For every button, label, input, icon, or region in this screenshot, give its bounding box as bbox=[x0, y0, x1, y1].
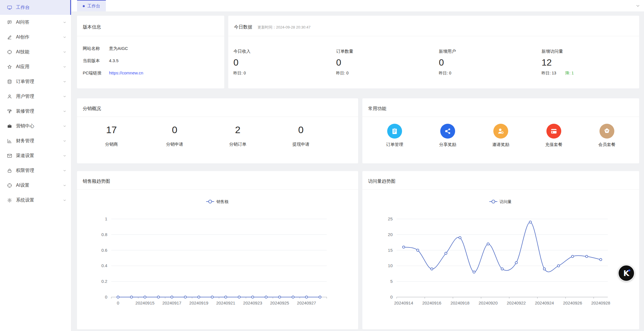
quick-action-member-package[interactable]: 会员套餐 bbox=[580, 124, 633, 147]
sidebar-item-label: 装修管理 bbox=[16, 108, 34, 114]
sidebar-item-label: AI应用 bbox=[16, 64, 29, 70]
chevron-down-icon bbox=[63, 50, 66, 54]
recharge-card-icon bbox=[546, 124, 561, 139]
stat-label: 分销商 bbox=[80, 142, 143, 147]
svg-text:0: 0 bbox=[105, 295, 107, 299]
quick-action-share-reward[interactable]: 分享奖励 bbox=[421, 124, 474, 147]
database-icon bbox=[7, 79, 12, 84]
pencil-icon bbox=[7, 34, 12, 40]
svg-text:0: 0 bbox=[390, 295, 393, 299]
brand-dot bbox=[628, 269, 630, 271]
svg-text:访问量: 访问量 bbox=[499, 199, 512, 204]
sidebar-item-finance[interactable]: 财务管理 bbox=[0, 133, 71, 148]
tab-label: 工作台 bbox=[87, 3, 100, 9]
card-title: 销售额趋势图 bbox=[77, 171, 358, 190]
svg-text:0.8: 0.8 bbox=[101, 232, 107, 237]
svg-text:20240924: 20240924 bbox=[535, 300, 554, 305]
svg-text:20240923: 20240923 bbox=[243, 300, 262, 305]
stat-new-visits: 新增访问量 12 昨日: 13 降: 1 bbox=[536, 49, 639, 76]
chevron-down-icon[interactable] bbox=[636, 4, 640, 8]
sidebar-item-system-settings[interactable]: 系统设置 bbox=[0, 193, 71, 208]
sidebar-item-permissions[interactable]: 权限管理 bbox=[0, 163, 71, 178]
aperture-icon bbox=[7, 183, 12, 188]
quick-action-invite-reward[interactable]: 邀请奖励 bbox=[474, 124, 527, 147]
sidebar-item-ai-create[interactable]: AI创作 bbox=[0, 30, 71, 44]
svg-text:20: 20 bbox=[388, 232, 393, 237]
quick-actions: 订单管理 分享奖励 邀请奖励 充值套餐 会员套餐 bbox=[362, 117, 639, 147]
sidebar-item-label: AI设置 bbox=[16, 182, 29, 188]
stat-value: 0 bbox=[143, 124, 206, 135]
chevron-down-icon bbox=[63, 35, 66, 39]
tab-workbench[interactable]: 工作台 bbox=[77, 0, 106, 11]
sidebar-item-label: 用户管理 bbox=[16, 94, 34, 99]
stat-distribution-orders: 2 分销订单 bbox=[206, 124, 269, 147]
card-title: 访问量趋势图 bbox=[362, 171, 639, 190]
svg-text:5: 5 bbox=[390, 279, 393, 284]
stat-withdrawal-requests: 0 提现申请 bbox=[269, 124, 332, 147]
stat-label: 订单数量 bbox=[336, 49, 434, 54]
user-icon bbox=[7, 94, 12, 99]
chevron-down-icon bbox=[63, 124, 66, 128]
stat-distributors: 17 分销商 bbox=[80, 124, 143, 147]
svg-text:1: 1 bbox=[105, 216, 107, 221]
share-icon bbox=[440, 124, 455, 139]
svg-text:0.4: 0.4 bbox=[101, 263, 107, 268]
distribution-stats: 17 分销商 0 分销申请 2 分销订单 0 提现申请 bbox=[77, 117, 358, 147]
sidebar-item-ai-apps[interactable]: AI应用 bbox=[0, 59, 71, 74]
stat-label: 今日收入 bbox=[233, 49, 331, 54]
quick-action-label: 会员套餐 bbox=[598, 142, 615, 147]
monitor-icon bbox=[7, 5, 12, 10]
chevron-down-icon bbox=[63, 65, 66, 69]
svg-text:20240927: 20240927 bbox=[297, 300, 316, 305]
current-version-value: 4.3.5 bbox=[109, 58, 118, 64]
svg-text:15: 15 bbox=[388, 248, 393, 253]
svg-text:20240925: 20240925 bbox=[270, 300, 289, 305]
sidebar-item-label: 工作台 bbox=[16, 5, 30, 11]
visits-trend-chart: 0510152025202409142024091620240918202409… bbox=[362, 190, 639, 329]
sidebar-item-ai-qa[interactable]: AI问答 bbox=[0, 15, 71, 30]
svg-text:0.6: 0.6 bbox=[101, 248, 107, 253]
chevron-down-icon bbox=[63, 154, 66, 158]
card-title: 常用功能 bbox=[362, 98, 639, 117]
gear-icon bbox=[7, 198, 12, 203]
version-row: 当前版本 4.3.5 bbox=[83, 58, 219, 64]
version-row: 网站名称 意为AIGC bbox=[83, 46, 219, 51]
sidebar-item-label: 系统设置 bbox=[16, 197, 34, 203]
sidebar-item-label: 营销中心 bbox=[16, 123, 34, 129]
svg-text:20240918: 20240918 bbox=[451, 300, 470, 305]
stat-sub: 昨日: 0 bbox=[233, 71, 331, 76]
stat-value: 12 bbox=[542, 58, 639, 68]
sidebar-item-ai-skills[interactable]: AI技能 bbox=[0, 44, 71, 59]
quick-functions-card: 常用功能 订单管理 分享奖励 邀请奖励 充值套餐 bbox=[362, 98, 639, 163]
pc-link-label: PC端链接 bbox=[83, 70, 109, 76]
version-info-body: 网站名称 意为AIGC 当前版本 4.3.5 PC端链接 https://com… bbox=[77, 36, 224, 76]
sidebar-item-workbench[interactable]: 工作台 bbox=[0, 0, 71, 15]
aperture-icon bbox=[7, 49, 12, 55]
quick-action-label: 订单管理 bbox=[386, 142, 403, 147]
quick-action-recharge-package[interactable]: 充值套餐 bbox=[527, 124, 580, 147]
quick-action-orders[interactable]: 订单管理 bbox=[368, 124, 421, 147]
sidebar-item-label: 权限管理 bbox=[16, 168, 34, 174]
stat-label: 分销订单 bbox=[206, 142, 269, 147]
stat-yesterday: 昨日: 13 bbox=[542, 71, 556, 75]
stat-down-badge: 降: 1 bbox=[565, 71, 574, 75]
tab-bar: 工作台 bbox=[71, 0, 644, 11]
site-name-value: 意为AIGC bbox=[109, 46, 128, 51]
sidebar-item-label: AI技能 bbox=[16, 49, 29, 55]
stat-sub: 昨日: 13 降: 1 bbox=[542, 71, 639, 76]
bar-chart-icon bbox=[7, 138, 12, 144]
sidebar-item-decoration[interactable]: 装修管理 bbox=[0, 104, 71, 119]
sidebar-item-orders[interactable]: 订单管理 bbox=[0, 74, 71, 89]
sidebar-item-users[interactable]: 用户管理 bbox=[0, 89, 71, 104]
sidebar-item-marketing[interactable]: 营销中心 bbox=[0, 119, 71, 133]
sidebar-item-channels[interactable]: 渠道设置 bbox=[0, 148, 71, 163]
sidebar-item-ai-settings[interactable]: AI设置 bbox=[0, 178, 71, 193]
stat-value: 0 bbox=[233, 58, 331, 68]
pc-link[interactable]: https://comnew.cn bbox=[109, 70, 143, 76]
clipboard-icon bbox=[387, 124, 402, 139]
card-title: 分销概况 bbox=[77, 98, 358, 117]
chevron-down-icon bbox=[63, 184, 66, 187]
quick-action-label: 邀请奖励 bbox=[492, 142, 509, 147]
floating-brand-button[interactable]: K bbox=[618, 265, 635, 281]
quick-action-label: 分享奖励 bbox=[439, 142, 456, 147]
